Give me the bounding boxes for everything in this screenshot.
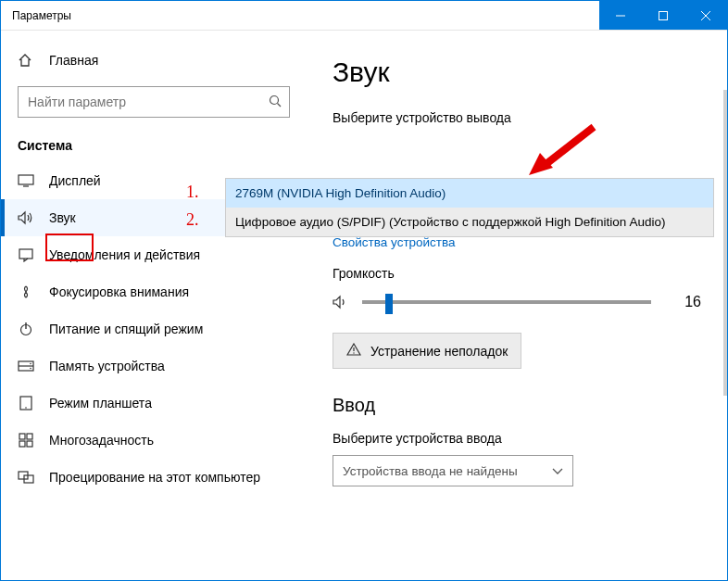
main-panel: Звук Выберите устройство вывода параметр… xyxy=(307,31,727,580)
dropdown-option-1[interactable]: 2769M (NVIDIA High Definition Audio) xyxy=(226,179,713,208)
close-button[interactable] xyxy=(684,1,727,30)
volume-slider[interactable] xyxy=(362,300,651,304)
svg-point-24 xyxy=(353,353,354,354)
svg-rect-8 xyxy=(19,249,32,259)
sidebar-item-focus[interactable]: Фокусировка внимания xyxy=(1,273,307,310)
annotation-number-1: 1. xyxy=(186,183,199,202)
sound-icon xyxy=(18,210,34,225)
display-icon xyxy=(18,174,34,187)
page-title: Звук xyxy=(333,57,701,88)
home-icon xyxy=(18,53,34,68)
svg-point-16 xyxy=(25,407,27,409)
scrollbar[interactable] xyxy=(723,90,727,396)
input-heading: Ввод xyxy=(333,395,701,416)
volume-label: Громкость xyxy=(333,266,701,281)
tablet-icon xyxy=(18,396,34,410)
power-icon xyxy=(18,322,34,336)
troubleshoot-button[interactable]: Устранение неполадок xyxy=(333,333,521,369)
svg-point-13 xyxy=(30,363,31,365)
sidebar-item-power[interactable]: Питание и спящий режим xyxy=(1,310,307,347)
multitask-icon xyxy=(18,433,34,448)
sidebar-item-label: Звук xyxy=(49,210,76,225)
minimize-button[interactable] xyxy=(599,1,642,30)
sidebar-item-multitask[interactable]: Многозадачность xyxy=(1,422,307,459)
search-input[interactable] xyxy=(19,95,261,109)
input-label: Выберите устройства ввода xyxy=(333,431,701,446)
input-device-select[interactable]: Устройства ввода не найдены xyxy=(333,455,573,486)
section-label: Система xyxy=(1,138,307,162)
maximize-button[interactable] xyxy=(642,1,684,30)
dropdown-option-2[interactable]: Цифровое аудио (S/PDIF) (Устройство с по… xyxy=(226,208,713,236)
slider-thumb[interactable] xyxy=(385,294,393,314)
sidebar-item-label: Питание и спящий режим xyxy=(49,322,203,336)
input-select-value: Устройства ввода не найдены xyxy=(343,464,518,478)
search-icon xyxy=(261,95,289,110)
sidebar-item-label: Дисплей xyxy=(49,173,101,188)
svg-line-5 xyxy=(278,103,282,107)
output-device-dropdown[interactable]: 2769M (NVIDIA High Definition Audio) Циф… xyxy=(225,178,714,237)
svg-marker-26 xyxy=(529,153,553,175)
sidebar-item-label: Многозадачность xyxy=(49,433,154,448)
svg-point-4 xyxy=(270,95,279,104)
volume-row: 16 xyxy=(333,294,701,310)
svg-line-25 xyxy=(544,127,594,166)
sidebar-item-label: Проецирование на этот компьютер xyxy=(49,470,260,485)
sidebar-item-label: Фокусировка внимания xyxy=(49,284,189,299)
storage-icon xyxy=(18,360,34,372)
sidebar-item-tablet[interactable]: Режим планшета xyxy=(1,385,307,422)
svg-rect-17 xyxy=(19,434,25,439)
titlebar: Параметры xyxy=(1,1,727,31)
output-label: Выберите устройство вывода xyxy=(333,110,701,125)
annotation-box-sound xyxy=(45,234,94,261)
device-properties-link[interactable]: Свойства устройства xyxy=(333,235,456,249)
sidebar-item-project[interactable]: Проецирование на этот компьютер xyxy=(1,459,307,496)
svg-point-14 xyxy=(30,368,31,370)
home-link[interactable]: Главная xyxy=(1,47,307,73)
volume-value: 16 xyxy=(664,294,701,310)
svg-rect-1 xyxy=(659,11,668,19)
caption-buttons xyxy=(599,1,727,30)
annotation-arrow-icon xyxy=(527,121,601,177)
chevron-down-icon xyxy=(552,464,563,478)
annotation-number-2: 2. xyxy=(186,210,199,230)
notifications-icon xyxy=(18,247,34,262)
window-title: Параметры xyxy=(1,9,599,22)
troubleshoot-label: Устранение неполадок xyxy=(370,344,508,359)
sidebar: Главная Система Дисплей Звук Уведомления… xyxy=(1,31,307,580)
speaker-icon[interactable] xyxy=(333,295,349,309)
project-icon xyxy=(18,471,34,484)
search-box[interactable] xyxy=(18,86,290,118)
svg-rect-19 xyxy=(19,441,25,447)
warning-icon xyxy=(346,343,361,359)
sidebar-item-label: Режим планшета xyxy=(49,396,152,410)
sidebar-item-storage[interactable]: Память устройства xyxy=(1,347,307,385)
home-label: Главная xyxy=(49,53,98,68)
sidebar-item-label: Память устройства xyxy=(49,359,165,373)
focus-icon xyxy=(18,284,34,299)
svg-rect-20 xyxy=(27,441,32,447)
settings-window: Параметры Главная Система Дисплей xyxy=(0,0,728,581)
svg-rect-6 xyxy=(19,175,33,184)
svg-rect-18 xyxy=(27,434,32,439)
